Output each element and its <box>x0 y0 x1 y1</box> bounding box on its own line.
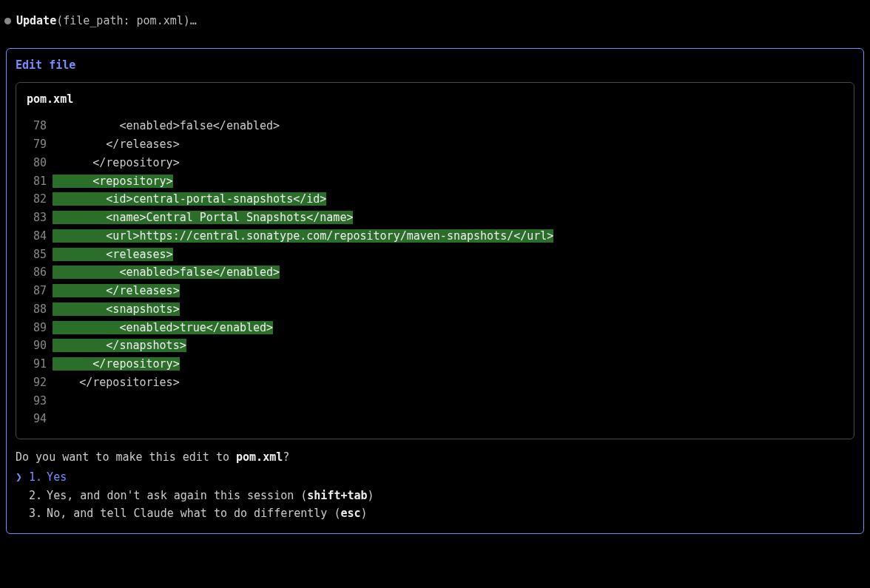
line-content: <enabled>false</enabled> <box>53 117 280 135</box>
code-line: 86 <enabled>false</enabled> <box>27 263 843 282</box>
code-line: 94 <box>27 410 843 428</box>
line-number: 90 <box>27 337 47 355</box>
option-label: No, and tell Claude what to do different… <box>47 507 340 520</box>
tool-name: Update <box>16 14 56 27</box>
option-marker-icon: ❯ <box>16 468 29 487</box>
prompt-suffix: ? <box>283 450 289 464</box>
line-number: 79 <box>27 135 47 154</box>
code-line: 92 </repositories> <box>27 374 843 392</box>
panel-title: Edit file <box>16 56 854 75</box>
code-area: 78 <enabled>false</enabled>79 </releases… <box>27 117 843 428</box>
line-number: 81 <box>27 172 47 191</box>
context-text: <enabled>false</enabled> <box>53 119 280 132</box>
bullet-icon <box>3 16 12 25</box>
added-text: <snapshots> <box>53 303 180 316</box>
line-number: 92 <box>27 374 47 392</box>
line-content: <releases> <box>53 246 173 264</box>
line-content: <name>Central Portal Snapshots</name> <box>53 209 353 227</box>
line-number: 78 <box>27 117 47 135</box>
line-content: <snapshots> <box>53 300 180 319</box>
added-text: <releases> <box>53 248 173 261</box>
code-line: 78 <enabled>false</enabled> <box>27 117 843 135</box>
option-label: Yes <box>47 470 67 484</box>
context-text: </repositories> <box>53 376 180 389</box>
code-line: 89 <enabled>true</enabled> <box>27 319 843 337</box>
line-content: </repositories> <box>53 374 180 392</box>
arg-value: pom.xml <box>137 14 183 27</box>
line-content: </releases> <box>53 282 180 300</box>
code-line: 93 <box>27 392 843 410</box>
option-marker-icon <box>16 487 29 505</box>
line-number: 93 <box>27 392 47 410</box>
edit-file-panel: Edit file pom.xml 78 <enabled>false</ena… <box>6 48 864 534</box>
shortcut-key: esc <box>340 507 360 520</box>
code-line: 91 </repository> <box>27 355 843 374</box>
line-number: 86 <box>27 263 47 282</box>
line-number: 83 <box>27 209 47 227</box>
option-label: Yes, and don't ask again this session ( <box>47 489 307 502</box>
line-content: <id>central-portal-snapshots</id> <box>53 190 326 209</box>
line-number: 82 <box>27 190 47 209</box>
option-number: 1. <box>29 468 42 487</box>
option-2[interactable]: 2. Yes, and don't ask again this session… <box>16 487 854 505</box>
line-content: <enabled>true</enabled> <box>53 319 273 337</box>
line-content: </repository> <box>53 154 180 172</box>
line-content: </releases> <box>53 135 180 154</box>
line-number: 87 <box>27 282 47 300</box>
shortcut-key: shift+tab <box>307 489 367 502</box>
code-line: 88 <snapshots> <box>27 300 843 319</box>
option-1[interactable]: ❯1. Yes <box>16 468 854 487</box>
added-text: <enabled>false</enabled> <box>53 266 280 279</box>
prompt-prefix: Do you want to make this edit to <box>16 450 236 464</box>
code-line: 90 </snapshots> <box>27 337 843 355</box>
tool-call-header: Update(file_path: pom.xml)… <box>0 6 870 48</box>
line-number: 94 <box>27 410 47 428</box>
prompt-filename: pom.xml <box>236 450 283 464</box>
added-text: <name>Central Portal Snapshots</name> <box>53 211 353 224</box>
arg-label: file_path: <box>63 14 136 27</box>
option-number: 3. <box>29 504 42 523</box>
code-line: 81 <repository> <box>27 172 843 191</box>
code-line: 83 <name>Central Portal Snapshots</name> <box>27 209 843 227</box>
code-line: 79 </releases> <box>27 135 843 154</box>
added-text: </repository> <box>53 357 180 371</box>
line-content: </repository> <box>53 355 180 374</box>
code-line: 82 <id>central-portal-snapshots</id> <box>27 190 843 209</box>
added-text: <url>https://central.sonatype.com/reposi… <box>53 229 553 243</box>
context-text: </repository> <box>53 156 180 169</box>
line-number: 88 <box>27 300 47 319</box>
args-open: ( <box>56 14 63 27</box>
option-label: ) <box>368 489 374 502</box>
line-content: <url>https://central.sonatype.com/reposi… <box>53 227 553 246</box>
line-content: <repository> <box>53 172 173 191</box>
option-marker-icon <box>16 504 29 523</box>
ellipsis: … <box>190 14 197 27</box>
option-text: Yes, and don't ask again this session (s… <box>47 487 374 505</box>
line-number: 84 <box>27 227 47 246</box>
option-text: Yes <box>47 468 67 487</box>
code-line: 85 <releases> <box>27 246 843 264</box>
option-label: ) <box>361 507 368 520</box>
added-text: <enabled>true</enabled> <box>53 321 273 334</box>
context-text: </releases> <box>53 138 180 151</box>
added-text: </snapshots> <box>53 339 186 352</box>
code-line: 80 </repository> <box>27 154 843 172</box>
options-list: ❯1. Yes 2. Yes, and don't ask again this… <box>16 468 854 523</box>
code-line: 84 <url>https://central.sonatype.com/rep… <box>27 227 843 246</box>
option-number: 2. <box>29 487 42 505</box>
line-content: </snapshots> <box>53 337 186 355</box>
option-3[interactable]: 3. No, and tell Claude what to do differ… <box>16 504 854 523</box>
line-content: <enabled>false</enabled> <box>53 263 280 282</box>
file-name: pom.xml <box>27 90 843 109</box>
code-line: 87 </releases> <box>27 282 843 300</box>
line-number: 85 <box>27 246 47 264</box>
line-number: 91 <box>27 355 47 374</box>
confirmation-prompt: Do you want to make this edit to pom.xml… <box>16 448 854 467</box>
line-number: 89 <box>27 319 47 337</box>
file-diff-box: pom.xml 78 <enabled>false</enabled>79 </… <box>16 82 854 440</box>
added-text: <repository> <box>53 175 173 188</box>
tool-call-text: Update(file_path: pom.xml)… <box>16 12 197 30</box>
option-text: No, and tell Claude what to do different… <box>47 504 367 523</box>
added-text: <id>central-portal-snapshots</id> <box>53 192 326 206</box>
line-number: 80 <box>27 154 47 172</box>
